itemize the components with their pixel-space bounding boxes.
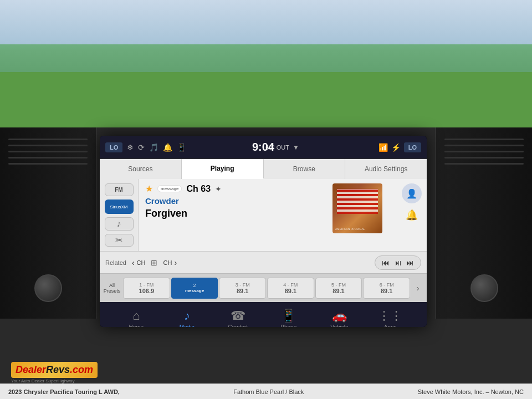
nav-apps-label: Apps	[384, 324, 397, 328]
grid-icon[interactable]: ⊞	[151, 258, 157, 267]
tab-playing[interactable]: Playing	[182, 159, 264, 179]
user-icon[interactable]: 👤	[402, 183, 422, 203]
wifi-icon: 📶	[378, 143, 388, 152]
background-photo	[0, 0, 532, 127]
preset-6[interactable]: 6 - FM 89.1	[363, 278, 410, 299]
favorite-star-icon[interactable]: ★	[145, 183, 153, 194]
right-action-icons: 👤 🔔	[396, 179, 427, 251]
screen-topbar: LO ❄ ⟳ 🎵 🔔 📱 63° OUT ▼ 9:04 📶 ⚡ LO	[100, 136, 427, 159]
more-button[interactable]: ✂	[105, 234, 134, 247]
music-nav-icon: ♪	[184, 309, 190, 323]
all-presets-label[interactable]: AllPresets	[102, 282, 122, 295]
infotainment-screen: LO ❄ ⟳ 🎵 🔔 📱 63° OUT ▼ 9:04 📶 ⚡ LO Sourc…	[100, 136, 427, 327]
dealer-info: Steve White Motors, Inc. – Newton, NC	[418, 388, 524, 395]
comfort-icon: ☎	[231, 309, 245, 323]
message-badge: message	[157, 185, 182, 192]
nav-vehicle[interactable]: 🚗 Vehicle	[320, 309, 359, 328]
watermark: DealerRevs.com Your Auto Dealer SuperHig…	[11, 362, 98, 383]
ac-icon: ❄	[127, 143, 134, 152]
bell-topbar-icon: 🔔	[163, 143, 172, 152]
channel-number: Ch 63	[186, 184, 211, 194]
preset-3[interactable]: 3 - FM 89.1	[219, 278, 266, 299]
car-title: 2023 Chrysler Pacifica Touring L AWD,	[8, 388, 120, 395]
source-icons: FM SiriusXM ♪ ✂	[100, 179, 139, 251]
phone-topbar-icon: 📱	[177, 143, 186, 152]
lo-badge-right: LO	[404, 142, 421, 152]
fan-icon: ⟳	[138, 143, 145, 152]
nav-comfort[interactable]: ☎ Comfort	[218, 309, 257, 328]
lo-badge-left: LO	[105, 142, 122, 152]
play-pause-icon[interactable]: ⏯	[394, 258, 402, 267]
prev-icon[interactable]: ⏮	[382, 258, 390, 267]
fm-button[interactable]: FM	[105, 183, 134, 196]
apps-icon: ⋮⋮	[378, 309, 402, 323]
color2: Black	[289, 388, 304, 395]
chevron-down-icon: ▼	[293, 144, 299, 151]
bottom-info-bar: 2023 Chrysler Pacifica Touring L AWD, Fa…	[0, 383, 532, 399]
vehicle-icon: 🚗	[332, 309, 347, 323]
nav-home[interactable]: ⌂ Home	[117, 309, 156, 328]
preset-2[interactable]: 2 message	[171, 278, 218, 299]
presets-bar: AllPresets 1 - FM 106.9 2 message 3 - FM…	[100, 273, 427, 302]
right-knob[interactable]	[470, 274, 498, 302]
nav-media-label: Media	[180, 324, 195, 328]
nav-phone-label: Phone	[280, 324, 296, 328]
time-display: 9:04	[252, 141, 274, 153]
bottom-nav: ⌂ Home ♪ Media ☎ Comfort 📱 Phone 🚗 Vehic…	[100, 302, 427, 327]
topbar-left: LO ❄ ⟳ 🎵 🔔 📱	[105, 142, 186, 152]
signal-icon: ✦	[215, 185, 222, 193]
preset-4[interactable]: 4 - FM 89.1	[267, 278, 314, 299]
screen-content: FM SiriusXM ♪ ✂ ★ message Ch 63 ✦ Crowde…	[100, 179, 427, 251]
tab-browse[interactable]: Browse	[264, 159, 346, 179]
preset-1[interactable]: 1 - FM 106.9	[123, 278, 170, 299]
nav-phone[interactable]: 📱 Phone	[269, 309, 308, 328]
nav-comfort-label: Comfort	[228, 324, 248, 328]
topbar-right: 📶 ⚡ LO	[378, 142, 421, 152]
watermark-logo: DealerRevs.com	[11, 362, 98, 378]
album-art: AMERICAN PRODIGAL	[332, 183, 382, 233]
ch-next-control[interactable]: CH ›	[163, 258, 177, 267]
home-icon: ⌂	[132, 309, 140, 323]
nav-home-label: Home	[129, 324, 144, 328]
car-colors: Fathom Blue Pearl / Black	[233, 388, 304, 395]
preset-next-arrow[interactable]: ›	[411, 284, 424, 293]
left-knob[interactable]	[34, 274, 62, 302]
tab-audio-settings[interactable]: Audio Settings	[345, 159, 427, 179]
right-vent-panel	[435, 127, 532, 319]
left-vent-panel	[0, 127, 97, 319]
nav-apps[interactable]: ⋮⋮ Apps	[371, 309, 410, 328]
color1: Fathom Blue Pearl	[233, 388, 284, 395]
watermark-tagline: Your Auto Dealer SuperHighway	[11, 378, 74, 383]
music-button[interactable]: ♪	[105, 217, 134, 230]
nav-media[interactable]: ♪ Media	[167, 309, 206, 328]
phone-icon: 📱	[281, 309, 296, 323]
tab-sources[interactable]: Sources	[100, 159, 182, 179]
nav-tabs: Sources Playing Browse Audio Settings	[100, 159, 427, 179]
bluetooth-icon: ⚡	[391, 143, 401, 152]
preset-5[interactable]: 5 - FM 89.1	[315, 278, 362, 299]
next-icon[interactable]: ⏭	[406, 258, 414, 267]
siriusxm-button[interactable]: SiriusXM	[105, 200, 134, 214]
notification-icon[interactable]: 🔔	[406, 209, 418, 221]
playback-controls[interactable]: ⏮ ⏯ ⏭	[375, 255, 421, 270]
ch-prev-control[interactable]: ‹ CH	[132, 258, 146, 267]
controls-bar: Related ‹ CH ⊞ CH › ⏮ ⏯ ⏭	[100, 251, 427, 273]
related-label: Related	[105, 259, 126, 266]
nav-vehicle-label: Vehicle	[330, 324, 348, 328]
seat-icon: 🎵	[149, 143, 158, 152]
